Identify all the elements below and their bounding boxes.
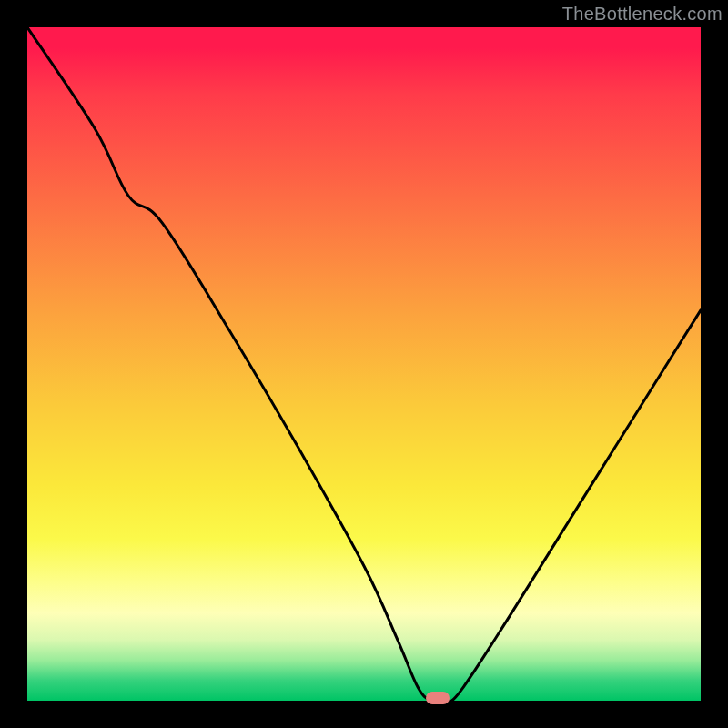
- attribution-label: TheBottleneck.com: [562, 4, 723, 25]
- chart-frame: TheBottleneck.com: [0, 0, 728, 728]
- optimal-marker: [426, 692, 450, 704]
- chart-plot-area: [27, 27, 701, 701]
